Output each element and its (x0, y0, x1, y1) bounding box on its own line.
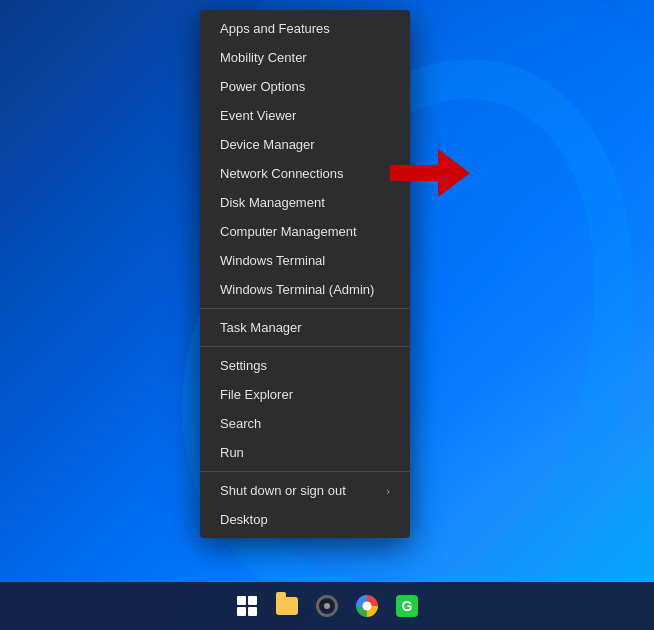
menu-item-label-windows-terminal-admin: Windows Terminal (Admin) (220, 282, 374, 297)
menu-item-search[interactable]: Search (200, 409, 410, 438)
menu-item-label-event-viewer: Event Viewer (220, 108, 296, 123)
menu-separator (200, 308, 410, 309)
submenu-arrow-icon: › (386, 485, 390, 497)
desktop: Apps and FeaturesMobility CenterPower Op… (0, 0, 654, 630)
menu-item-desktop[interactable]: Desktop (200, 505, 410, 534)
edge-taskbar-icon[interactable] (309, 588, 345, 624)
green-app-taskbar-icon[interactable]: G (389, 588, 425, 624)
menu-item-power-options[interactable]: Power Options (200, 72, 410, 101)
menu-item-label-search: Search (220, 416, 261, 431)
menu-item-label-settings: Settings (220, 358, 267, 373)
menu-item-label-shut-down: Shut down or sign out (220, 483, 346, 498)
menu-item-file-explorer[interactable]: File Explorer (200, 380, 410, 409)
menu-item-settings[interactable]: Settings (200, 351, 410, 380)
menu-item-disk-management[interactable]: Disk Management (200, 188, 410, 217)
menu-item-run[interactable]: Run (200, 438, 410, 467)
menu-item-label-desktop: Desktop (220, 512, 268, 527)
menu-item-label-mobility-center: Mobility Center (220, 50, 307, 65)
menu-item-label-device-manager: Device Manager (220, 137, 315, 152)
menu-item-windows-terminal-admin[interactable]: Windows Terminal (Admin) (200, 275, 410, 304)
menu-item-computer-management[interactable]: Computer Management (200, 217, 410, 246)
menu-item-windows-terminal[interactable]: Windows Terminal (200, 246, 410, 275)
menu-item-mobility-center[interactable]: Mobility Center (200, 43, 410, 72)
menu-item-label-power-options: Power Options (220, 79, 305, 94)
menu-item-apps-features[interactable]: Apps and Features (200, 14, 410, 43)
context-menu: Apps and FeaturesMobility CenterPower Op… (200, 10, 410, 538)
menu-item-event-viewer[interactable]: Event Viewer (200, 101, 410, 130)
menu-separator (200, 346, 410, 347)
menu-item-label-disk-management: Disk Management (220, 195, 325, 210)
menu-item-device-manager[interactable]: Device Manager (200, 130, 410, 159)
menu-item-label-computer-management: Computer Management (220, 224, 357, 239)
menu-item-shut-down[interactable]: Shut down or sign out› (200, 476, 410, 505)
taskbar: G (0, 582, 654, 630)
menu-item-label-network-connections: Network Connections (220, 166, 344, 181)
file-explorer-taskbar-icon[interactable] (269, 588, 305, 624)
menu-item-label-run: Run (220, 445, 244, 460)
menu-item-label-file-explorer: File Explorer (220, 387, 293, 402)
menu-item-label-apps-features: Apps and Features (220, 21, 330, 36)
menu-item-label-task-manager: Task Manager (220, 320, 302, 335)
menu-item-label-windows-terminal: Windows Terminal (220, 253, 325, 268)
menu-item-task-manager[interactable]: Task Manager (200, 313, 410, 342)
start-button[interactable] (229, 588, 265, 624)
menu-item-network-connections[interactable]: Network Connections (200, 159, 410, 188)
chrome-taskbar-icon[interactable] (349, 588, 385, 624)
menu-separator (200, 471, 410, 472)
